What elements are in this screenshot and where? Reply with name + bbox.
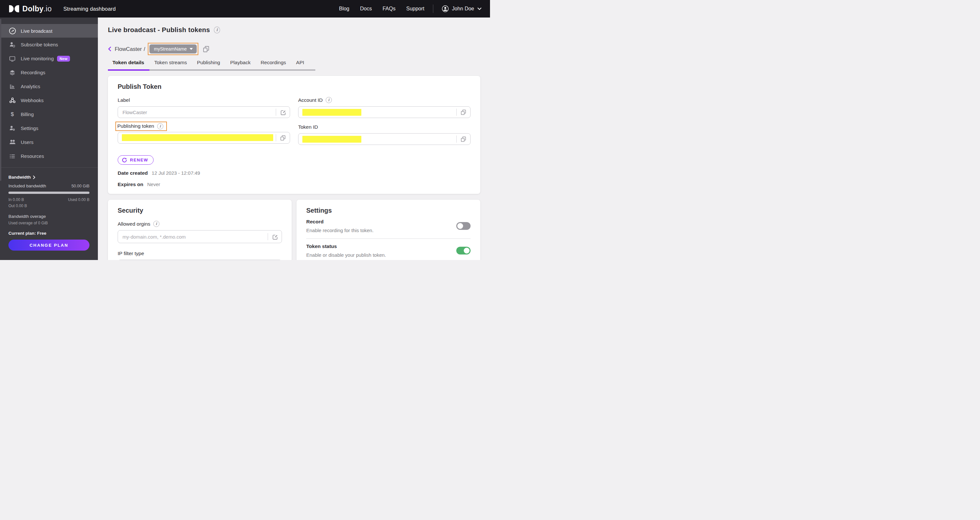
bandwidth-used: Used 0.00 B [68, 197, 89, 203]
tab-token-details[interactable]: Token details [113, 60, 144, 65]
stream-name-dropdown[interactable]: myStreamName [150, 45, 197, 54]
monitor-icon [8, 55, 16, 62]
nav-link-faqs[interactable]: FAQs [382, 6, 395, 12]
token-id-label: Token ID [298, 124, 318, 130]
header-nav: Blog Docs FAQs Support [339, 6, 425, 12]
stream-name: myStreamName [154, 46, 187, 51]
tab-publishing[interactable]: Publishing [197, 60, 220, 65]
label-field-group: Label [118, 96, 290, 118]
sidebar: Live broadcast Subscribe tokens [0, 18, 98, 260]
dolby-double-d-icon [9, 5, 19, 12]
bandwidth-overage-title: Bandwidth overage [8, 214, 89, 219]
publish-token-card: Publish Token Label [108, 76, 480, 194]
current-plan: Current plan: Free [8, 231, 89, 236]
copy-publishing-token-button[interactable] [276, 132, 290, 143]
page-title: Live broadcast - Publish tokens [108, 26, 210, 34]
sidebar-item-live-broadcast[interactable]: Live broadcast [0, 24, 98, 38]
sidebar-item-label: Billing [21, 112, 34, 117]
logo-text: Dolby.io [22, 5, 52, 13]
user-menu[interactable]: John Doe [442, 5, 482, 12]
token-status-setting-row: Token status Enable or disable your publ… [306, 244, 471, 258]
sidebar-item-settings[interactable]: Settings [0, 121, 98, 135]
tab-recordings[interactable]: Recordings [261, 60, 286, 65]
dollar-icon: $ [8, 111, 16, 118]
webhook-icon [8, 97, 16, 104]
expires-on-value: Never [147, 182, 160, 187]
tab-api[interactable]: API [296, 60, 304, 65]
edit-label-button[interactable] [276, 107, 290, 118]
bandwidth-title: Bandwidth [8, 175, 31, 180]
allowed-origins-label: Allowed orgins [118, 221, 150, 227]
bandwidth-out: Out 0.00 B [8, 203, 89, 209]
sidebar-item-analytics[interactable]: Analytics [0, 80, 98, 93]
included-bandwidth-value: 50.00 GiB [71, 184, 89, 188]
nav-link-blog[interactable]: Blog [339, 6, 349, 12]
sidebar-item-label: Webhooks [21, 97, 44, 103]
nav-link-support[interactable]: Support [406, 6, 424, 12]
copy-token-id-button[interactable] [457, 134, 470, 145]
annotation-highlight-publishing-token: Publishing token i [115, 121, 167, 131]
security-heading: Security [118, 207, 282, 214]
account-id-field-group: Account ID i [298, 96, 471, 118]
dolby-logo[interactable]: Dolby.io [9, 5, 52, 13]
publishing-token-info-icon[interactable]: i [157, 123, 163, 129]
tab-token-streams[interactable]: Token streams [154, 60, 187, 65]
settings-card: Settings Record Enable recording for thi… [296, 200, 480, 260]
tab-playback[interactable]: Playback [230, 60, 250, 65]
users-icon [8, 139, 16, 146]
change-plan-button[interactable]: CHANGE PLAN [8, 239, 89, 250]
sidebar-item-label: Users [21, 139, 33, 145]
renew-button[interactable]: RENEW [118, 155, 154, 165]
sidebar-item-subscribe-tokens[interactable]: Subscribe tokens [0, 38, 98, 51]
sidebar-item-users[interactable]: Users [0, 135, 98, 149]
token-status-toggle[interactable] [456, 247, 471, 255]
publishing-token-field-group: Publishing token i [118, 123, 290, 145]
person-gear-icon [8, 125, 16, 132]
list-icon [8, 153, 16, 160]
sidebar-item-label: Recordings [21, 70, 45, 75]
sidebar-item-live-monitoring[interactable]: Live monitoring New [0, 51, 98, 65]
copy-account-id-button[interactable] [457, 107, 470, 118]
sidebar-item-billing[interactable]: $ Billing [0, 107, 98, 121]
active-tab-indicator [108, 69, 150, 71]
annotation-highlight-stream-pill: myStreamName [148, 43, 198, 55]
security-card: Security Allowed orgins i [108, 200, 292, 260]
sidebar-item-webhooks[interactable]: Webhooks [0, 93, 98, 107]
sidebar-scrollbar[interactable] [0, 19, 1, 181]
bandwidth-overage-detail: Used overage of 0 GiB [8, 221, 89, 225]
bandwidth-in: In 0.00 B [8, 197, 24, 203]
new-badge: New [57, 56, 70, 62]
label-field-label: Label [118, 97, 130, 103]
breadcrumb: FlowCaster / myStreamName [108, 43, 480, 55]
edit-allowed-origins-button[interactable] [268, 231, 282, 243]
token-status-description: Enable or disable your publish token. [306, 252, 456, 258]
sidebar-item-label: Subscribe tokens [21, 42, 58, 47]
label-input[interactable] [118, 110, 276, 115]
bandwidth-link[interactable]: Bandwidth [8, 175, 89, 180]
account-id-info-icon[interactable]: i [326, 97, 332, 103]
allowed-origins-info-icon[interactable]: i [153, 221, 159, 227]
bandwidth-progress-bar [8, 191, 89, 194]
chevron-down-icon [477, 8, 482, 10]
sidebar-item-recordings[interactable]: Recordings [0, 65, 98, 80]
ip-filter-type-select[interactable]: IP Addresses [118, 260, 282, 260]
nav-link-docs[interactable]: Docs [360, 6, 372, 12]
top-header: Dolby.io Streaming dashboard Blog Docs F… [0, 0, 490, 18]
renew-icon [122, 158, 127, 163]
sidebar-item-label: Live monitoring [21, 56, 54, 61]
sidebar-item-label: Analytics [21, 84, 40, 89]
record-setting-row: Record Enable recording for this token. [306, 219, 471, 233]
publish-token-heading: Publish Token [118, 83, 471, 91]
record-toggle[interactable] [456, 222, 471, 230]
allowed-origins-input[interactable] [118, 234, 268, 239]
expires-on-label: Expires on [118, 182, 143, 187]
breadcrumb-token-label[interactable]: FlowCaster [115, 46, 142, 52]
page-info-icon[interactable]: i [214, 27, 220, 33]
breadcrumb-separator: / [143, 46, 145, 52]
breadcrumb-back-button[interactable] [108, 46, 111, 51]
copy-stream-name-button[interactable] [202, 45, 210, 53]
settings-row-divider [306, 238, 471, 239]
caret-down-icon [189, 48, 193, 50]
publishing-token-redaction [122, 134, 273, 141]
sidebar-item-resources[interactable]: Resources [0, 149, 98, 163]
